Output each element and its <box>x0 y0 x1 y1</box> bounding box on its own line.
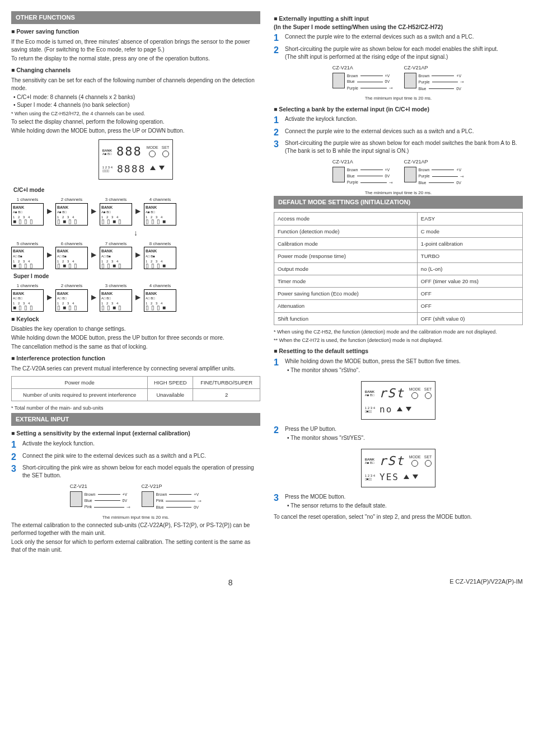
cci-mode-label: C/C+I mode <box>13 186 260 194</box>
display-panel-diagram: BANKA■ B□ 888 MODE SET 1 2 3 4▯▯▯▯ 8888 <box>99 139 174 180</box>
ss-step2: Connect the pink wire to the external de… <box>22 452 260 460</box>
keylock-p3: The cancellation method is the same as t… <box>11 343 260 351</box>
ext-shift-title: Externally inputting a shift input (In t… <box>274 15 523 31</box>
wiring-diagram-purple-2: CZ-V21A Brown+V Blue0V Purple⊸ CZ-V21AP … <box>274 158 523 186</box>
cc-p2: To select the display channel, perform t… <box>11 118 260 126</box>
changing-channels-p1: The sensitivity can be set for each of t… <box>11 77 260 92</box>
doc-id: E CZ-V21A(P)/V22A(P)-IM <box>449 577 523 589</box>
rst-step3: Press the MODE button. The sensor return… <box>285 493 523 511</box>
sb-step2: Connect the purple wire to the external … <box>285 128 523 135</box>
es-step2: Short-circuiting the purple wire as show… <box>285 45 523 61</box>
es-step1: Connect the purple wire to the external … <box>285 33 523 41</box>
wiring-diagram-purple-1: CZ-V21A Brown+V Blue0V Purple⊸ CZ-V21AP … <box>274 64 523 92</box>
display-rst-no: BANKA■ B□ rSt MODESET 1 2 3 4▯■▯▯ no <box>361 381 436 420</box>
changing-channels-title: Changing channels <box>11 66 260 74</box>
defaults-header: DEFAULT MODE SETTINGS (INITIALIZATION) <box>274 196 523 209</box>
cc-bullet-2: Super I mode: 4 channels (no bank select… <box>13 101 260 109</box>
other-functions-header: OTHER FUNCTIONS <box>11 11 260 24</box>
cc-bullet-1: C/C+I mode: 8 channels (4 channels x 2 b… <box>13 93 260 101</box>
min-time-1: The minimum input time is 20 ms. <box>11 514 260 520</box>
rst-cancel: To cancel the reset operation, select "n… <box>274 513 523 521</box>
defaults-note1: * When using the CZ-H52, the function (d… <box>274 328 523 336</box>
keylock-p1: Disables the key operation to change set… <box>11 325 260 333</box>
ss-after1: The external calibration to the connecte… <box>11 522 260 537</box>
power-saving-p2: To return the display to the normal stat… <box>11 55 260 63</box>
keylock-title: Keylock <box>11 315 260 323</box>
power-saving-p1: If the Eco mode is turned on, three minu… <box>11 38 260 54</box>
external-input-header: EXTERNAL INPUT <box>11 413 260 426</box>
sb-step1: Activate the keylock function. <box>285 115 523 123</box>
rst-step1: While holding down the MODE button, pres… <box>285 358 523 375</box>
rst-step2: Press the UP button. The monitor shows "… <box>285 425 523 443</box>
min-time-3: The minimum input time is 20 ms. <box>274 190 523 196</box>
sb-step3: Short-circuiting the purple wire as show… <box>285 139 523 155</box>
keylock-p2: While holding down the MODE button, pres… <box>11 334 260 342</box>
min-time-2: The minimum input time is 20 ms. <box>274 95 523 101</box>
display-rst-yes: BANKA■ B□ rSt MODESET 1 2 3 4▯■▯▯ YES <box>361 449 436 487</box>
defaults-note2: ** When the CZ-H72 is used, the function… <box>274 337 523 344</box>
select-bank-title: Selecting a bank by the external input (… <box>274 105 523 114</box>
ss-step3: Short-circuiting the pink wire as shown … <box>22 464 260 480</box>
super-mode-label: Super I mode <box>13 273 260 280</box>
cc-note: * When using the CZ-H52/H72, the 4 chann… <box>11 110 260 118</box>
defaults-table: Access modeEASYFunction (detection mode)… <box>274 212 523 325</box>
interference-title: Interference protection function <box>11 354 260 363</box>
ss-step1: Activate the keylock function. <box>22 440 260 448</box>
resetting-title: Resetting to the default settings <box>274 347 523 355</box>
cci-diagram: 1 channelsBANKA■ B□1 2 3 4■▯▯▯ ▶ 2 chann… <box>11 196 260 269</box>
page-number: 8 <box>228 577 233 589</box>
power-saving-title: Power saving function <box>11 27 260 36</box>
interference-table: Power mode HIGH SPEED FINE/TURBO/SUPER N… <box>11 376 260 402</box>
super-diagram: 1 channelsBANKA□ B□1 2 3 4■▯▯▯ ▶ 2 chann… <box>11 283 260 311</box>
wiring-diagram-pink: CZ-V21 Brown+V Blue0V Pink⊸ CZ-V21P Brow… <box>11 483 260 510</box>
setting-sens-title: Setting a sensitivity by the external in… <box>11 429 260 438</box>
ss-after2: Lock only the sensor for which to perfor… <box>11 538 260 554</box>
interference-p1: The CZ-V20A series can prevent mutual in… <box>11 365 260 373</box>
cc-p3: While holding down the MODE button, pres… <box>11 127 260 135</box>
interference-note: * Total number of the main- and sub-unit… <box>11 405 260 412</box>
